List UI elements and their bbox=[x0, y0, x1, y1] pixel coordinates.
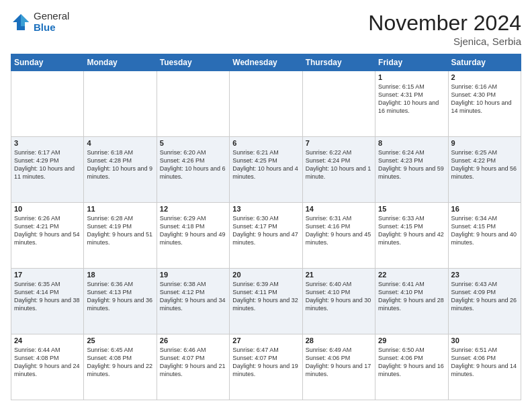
day-info: Sunrise: 6:40 AM Sunset: 4:10 PM Dayligh… bbox=[306, 280, 372, 313]
day-cell: 8Sunrise: 6:24 AM Sunset: 4:23 PM Daylig… bbox=[375, 137, 448, 203]
day-number: 26 bbox=[160, 336, 226, 345]
day-cell: 19Sunrise: 6:38 AM Sunset: 4:12 PM Dayli… bbox=[157, 269, 229, 334]
day-cell: 23Sunrise: 6:43 AM Sunset: 4:09 PM Dayli… bbox=[448, 269, 521, 334]
day-cell: 20Sunrise: 6:39 AM Sunset: 4:11 PM Dayli… bbox=[230, 269, 302, 334]
day-info: Sunrise: 6:50 AM Sunset: 4:06 PM Dayligh… bbox=[378, 346, 445, 379]
day-cell: 26Sunrise: 6:46 AM Sunset: 4:07 PM Dayli… bbox=[157, 334, 229, 400]
day-number: 2 bbox=[451, 73, 518, 81]
week-row-4: 17Sunrise: 6:35 AM Sunset: 4:14 PM Dayli… bbox=[11, 269, 521, 334]
day-cell: 14Sunrise: 6:31 AM Sunset: 4:16 PM Dayli… bbox=[302, 203, 375, 269]
day-info: Sunrise: 6:18 AM Sunset: 4:28 PM Dayligh… bbox=[87, 148, 153, 181]
day-cell bbox=[230, 71, 302, 137]
month-title: November 2024 bbox=[368, 11, 521, 36]
day-info: Sunrise: 6:34 AM Sunset: 4:15 PM Dayligh… bbox=[451, 214, 518, 247]
day-number: 1 bbox=[378, 73, 445, 81]
day-info: Sunrise: 6:17 AM Sunset: 4:29 PM Dayligh… bbox=[14, 148, 81, 181]
day-cell: 2Sunrise: 6:16 AM Sunset: 4:30 PM Daylig… bbox=[448, 71, 521, 137]
day-number: 5 bbox=[160, 139, 226, 147]
calendar: Sunday Monday Tuesday Wednesday Thursday… bbox=[11, 54, 521, 400]
day-info: Sunrise: 6:31 AM Sunset: 4:16 PM Dayligh… bbox=[306, 214, 372, 247]
day-info: Sunrise: 6:39 AM Sunset: 4:11 PM Dayligh… bbox=[232, 280, 299, 313]
day-cell: 21Sunrise: 6:40 AM Sunset: 4:10 PM Dayli… bbox=[302, 269, 375, 334]
day-info: Sunrise: 6:24 AM Sunset: 4:23 PM Dayligh… bbox=[378, 148, 445, 181]
location: Sjenica, Serbia bbox=[368, 36, 521, 47]
col-sunday: Sunday bbox=[11, 54, 84, 71]
logo-icon bbox=[11, 12, 31, 32]
logo: General Blue bbox=[11, 11, 69, 33]
day-cell: 18Sunrise: 6:36 AM Sunset: 4:13 PM Dayli… bbox=[84, 269, 157, 334]
day-info: Sunrise: 6:30 AM Sunset: 4:17 PM Dayligh… bbox=[232, 214, 299, 247]
day-info: Sunrise: 6:46 AM Sunset: 4:07 PM Dayligh… bbox=[160, 346, 226, 379]
title-block: November 2024 Sjenica, Serbia bbox=[368, 11, 521, 47]
day-cell: 3Sunrise: 6:17 AM Sunset: 4:29 PM Daylig… bbox=[11, 137, 84, 203]
day-cell: 12Sunrise: 6:29 AM Sunset: 4:18 PM Dayli… bbox=[157, 203, 229, 269]
col-friday: Friday bbox=[375, 54, 448, 71]
col-wednesday: Wednesday bbox=[230, 54, 302, 71]
day-number: 30 bbox=[451, 336, 518, 345]
day-number: 18 bbox=[87, 271, 153, 279]
day-cell bbox=[302, 71, 375, 137]
day-info: Sunrise: 6:25 AM Sunset: 4:22 PM Dayligh… bbox=[451, 148, 518, 181]
col-saturday: Saturday bbox=[448, 54, 521, 71]
day-cell: 29Sunrise: 6:50 AM Sunset: 4:06 PM Dayli… bbox=[375, 334, 448, 400]
day-number: 20 bbox=[232, 271, 299, 279]
day-cell bbox=[84, 71, 157, 137]
day-cell: 1Sunrise: 6:15 AM Sunset: 4:31 PM Daylig… bbox=[375, 71, 448, 137]
day-cell: 7Sunrise: 6:22 AM Sunset: 4:24 PM Daylig… bbox=[302, 137, 375, 203]
logo-blue-text: Blue bbox=[34, 22, 69, 34]
day-cell bbox=[11, 71, 84, 137]
day-cell: 15Sunrise: 6:33 AM Sunset: 4:15 PM Dayli… bbox=[375, 203, 448, 269]
day-number: 22 bbox=[378, 271, 445, 279]
day-cell: 28Sunrise: 6:49 AM Sunset: 4:06 PM Dayli… bbox=[302, 334, 375, 400]
day-info: Sunrise: 6:36 AM Sunset: 4:13 PM Dayligh… bbox=[87, 280, 153, 313]
day-cell: 10Sunrise: 6:26 AM Sunset: 4:21 PM Dayli… bbox=[11, 203, 84, 269]
day-number: 7 bbox=[306, 139, 372, 147]
day-cell: 25Sunrise: 6:45 AM Sunset: 4:08 PM Dayli… bbox=[84, 334, 157, 400]
day-number: 16 bbox=[451, 205, 518, 213]
col-thursday: Thursday bbox=[302, 54, 375, 71]
day-number: 15 bbox=[378, 205, 445, 213]
day-info: Sunrise: 6:22 AM Sunset: 4:24 PM Dayligh… bbox=[306, 148, 372, 181]
day-cell: 4Sunrise: 6:18 AM Sunset: 4:28 PM Daylig… bbox=[84, 137, 157, 203]
day-info: Sunrise: 6:33 AM Sunset: 4:15 PM Dayligh… bbox=[378, 214, 445, 247]
day-cell: 9Sunrise: 6:25 AM Sunset: 4:22 PM Daylig… bbox=[448, 137, 521, 203]
day-info: Sunrise: 6:49 AM Sunset: 4:06 PM Dayligh… bbox=[306, 346, 372, 379]
day-cell: 22Sunrise: 6:41 AM Sunset: 4:10 PM Dayli… bbox=[375, 269, 448, 334]
day-cell: 24Sunrise: 6:44 AM Sunset: 4:08 PM Dayli… bbox=[11, 334, 84, 400]
day-number: 9 bbox=[451, 139, 518, 147]
day-cell: 30Sunrise: 6:51 AM Sunset: 4:06 PM Dayli… bbox=[448, 334, 521, 400]
col-monday: Monday bbox=[84, 54, 157, 71]
day-cell: 27Sunrise: 6:47 AM Sunset: 4:07 PM Dayli… bbox=[230, 334, 302, 400]
day-number: 28 bbox=[306, 336, 372, 345]
day-info: Sunrise: 6:28 AM Sunset: 4:19 PM Dayligh… bbox=[87, 214, 153, 247]
week-row-2: 3Sunrise: 6:17 AM Sunset: 4:29 PM Daylig… bbox=[11, 137, 521, 203]
day-info: Sunrise: 6:47 AM Sunset: 4:07 PM Dayligh… bbox=[232, 346, 299, 379]
calendar-header-row: Sunday Monday Tuesday Wednesday Thursday… bbox=[11, 54, 521, 71]
day-number: 10 bbox=[14, 205, 81, 213]
day-number: 8 bbox=[378, 139, 445, 147]
day-info: Sunrise: 6:38 AM Sunset: 4:12 PM Dayligh… bbox=[160, 280, 226, 313]
logo-text: General Blue bbox=[34, 11, 69, 33]
day-cell: 11Sunrise: 6:28 AM Sunset: 4:19 PM Dayli… bbox=[84, 203, 157, 269]
day-number: 6 bbox=[232, 139, 299, 147]
day-info: Sunrise: 6:44 AM Sunset: 4:08 PM Dayligh… bbox=[14, 346, 81, 379]
day-number: 12 bbox=[160, 205, 226, 213]
day-number: 17 bbox=[14, 271, 81, 279]
day-info: Sunrise: 6:15 AM Sunset: 4:31 PM Dayligh… bbox=[378, 83, 445, 116]
day-number: 19 bbox=[160, 271, 226, 279]
day-cell: 13Sunrise: 6:30 AM Sunset: 4:17 PM Dayli… bbox=[230, 203, 302, 269]
day-info: Sunrise: 6:41 AM Sunset: 4:10 PM Dayligh… bbox=[378, 280, 445, 313]
day-number: 3 bbox=[14, 139, 81, 147]
page: General Blue November 2024 Sjenica, Serb… bbox=[0, 0, 532, 411]
logo-general-text: General bbox=[34, 11, 69, 22]
day-number: 29 bbox=[378, 336, 445, 345]
day-number: 25 bbox=[87, 336, 153, 345]
col-tuesday: Tuesday bbox=[157, 54, 229, 71]
day-number: 13 bbox=[232, 205, 299, 213]
day-number: 21 bbox=[306, 271, 372, 279]
day-info: Sunrise: 6:45 AM Sunset: 4:08 PM Dayligh… bbox=[87, 346, 153, 379]
day-cell: 16Sunrise: 6:34 AM Sunset: 4:15 PM Dayli… bbox=[448, 203, 521, 269]
day-number: 4 bbox=[87, 139, 153, 147]
header: General Blue November 2024 Sjenica, Serb… bbox=[11, 11, 521, 47]
day-number: 23 bbox=[451, 271, 518, 279]
